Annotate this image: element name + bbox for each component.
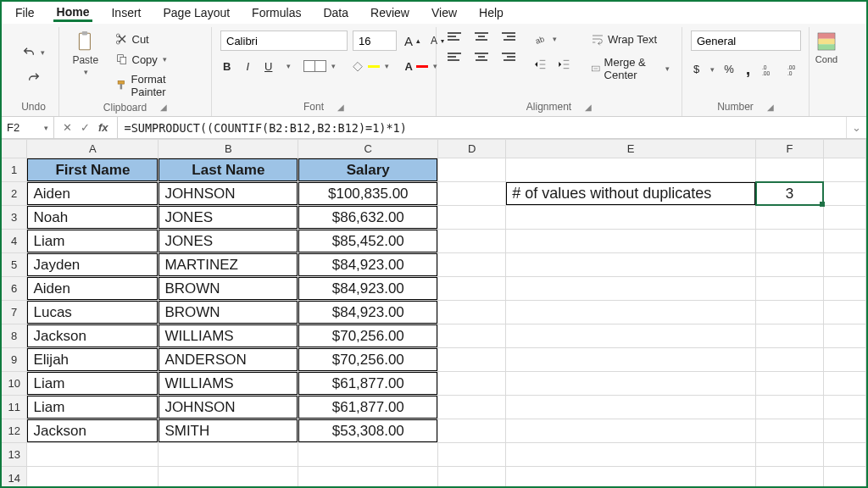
cell[interactable]: JONES	[159, 230, 298, 253]
cancel-formula-button[interactable]: ✕	[63, 121, 72, 134]
cell[interactable]: Lucas	[27, 301, 159, 324]
cell[interactable]: ANDERSON	[159, 348, 298, 372]
menu-page-layout[interactable]: Page Layout	[159, 4, 233, 21]
cell[interactable]	[756, 443, 824, 467]
menu-formulas[interactable]: Formulas	[248, 4, 304, 21]
cell[interactable]: # of values without duplicates	[506, 182, 756, 206]
cell[interactable]	[438, 301, 506, 324]
increase-decimal-button[interactable]: .0.00	[760, 61, 778, 78]
cell[interactable]	[506, 206, 756, 230]
row-header[interactable]: 13	[2, 443, 27, 467]
row-header[interactable]: 6	[2, 277, 27, 301]
cell[interactable]	[27, 467, 159, 489]
cell[interactable]: WILLIAMS	[159, 372, 298, 396]
cell[interactable]: $85,452.00	[298, 230, 438, 253]
cell[interactable]	[506, 158, 756, 182]
cell[interactable]	[824, 253, 866, 277]
cell[interactable]: Jackson	[27, 324, 159, 348]
cell[interactable]	[756, 348, 824, 372]
paste-button[interactable]: Paste ▾	[68, 30, 103, 76]
accept-formula-button[interactable]: ✓	[81, 121, 90, 134]
cell[interactable]: Jackson	[27, 419, 159, 443]
dialog-launcher-icon[interactable]: ◢	[767, 103, 774, 112]
cell[interactable]	[438, 419, 506, 443]
cell[interactable]: MARTINEZ	[159, 253, 298, 277]
cell[interactable]: First Name	[27, 158, 159, 182]
menu-insert[interactable]: Insert	[108, 4, 144, 21]
cell[interactable]	[506, 301, 756, 324]
format-painter-button[interactable]: Format Painter	[112, 71, 203, 100]
cell[interactable]: $84,923.00	[298, 301, 438, 324]
cell[interactable]: JOHNSON	[159, 396, 298, 419]
column-header[interactable]: B	[159, 140, 298, 158]
menu-file[interactable]: File	[12, 4, 38, 21]
cell[interactable]	[506, 348, 756, 372]
column-header[interactable]: F	[756, 140, 824, 158]
menu-review[interactable]: Review	[367, 4, 413, 21]
align-right-button[interactable]	[499, 51, 518, 63]
font-color-button[interactable]: A ▾	[402, 58, 439, 75]
dialog-launcher-icon[interactable]: ◢	[585, 103, 592, 112]
cell[interactable]: Noah	[27, 206, 159, 230]
number-format-combo[interactable]	[691, 30, 801, 51]
cell[interactable]: $84,923.00	[298, 253, 438, 277]
font-size-combo[interactable]	[353, 30, 397, 51]
menu-view[interactable]: View	[428, 4, 460, 21]
cell[interactable]	[756, 324, 824, 348]
column-header[interactable]: D	[438, 140, 506, 158]
cell[interactable]	[438, 396, 506, 419]
font-name-combo[interactable]	[220, 30, 348, 51]
column-header[interactable]	[824, 140, 866, 158]
cell[interactable]	[756, 158, 824, 182]
cell[interactable]	[824, 324, 866, 348]
cell[interactable]: Salary	[298, 158, 438, 182]
cell[interactable]	[756, 301, 824, 324]
cell[interactable]	[506, 253, 756, 277]
align-left-button[interactable]	[445, 51, 464, 63]
row-header[interactable]: 11	[2, 396, 27, 419]
cell[interactable]: JONES	[159, 206, 298, 230]
column-header[interactable]: E	[506, 140, 756, 158]
cell[interactable]	[438, 372, 506, 396]
cell[interactable]: BROWN	[159, 277, 298, 301]
cell[interactable]	[298, 443, 438, 467]
cell[interactable]	[438, 324, 506, 348]
increase-font-button[interactable]: A▴	[402, 32, 423, 50]
selected-cell[interactable]: 3	[756, 182, 824, 206]
cell[interactable]: Aiden	[27, 277, 159, 301]
cell[interactable]	[756, 396, 824, 419]
fill-color-button[interactable]: ▾	[348, 58, 392, 75]
align-bottom-button[interactable]	[499, 30, 518, 42]
dialog-launcher-icon[interactable]: ◢	[337, 103, 344, 112]
cell[interactable]	[438, 158, 506, 182]
cell[interactable]	[824, 396, 866, 419]
cell[interactable]: $53,308.00	[298, 419, 438, 443]
increase-indent-button[interactable]	[555, 56, 574, 73]
cell[interactable]	[438, 443, 506, 467]
cell[interactable]	[506, 372, 756, 396]
cell[interactable]	[824, 372, 866, 396]
column-header[interactable]: A	[27, 140, 159, 158]
cell[interactable]	[506, 324, 756, 348]
row-header[interactable]: 8	[2, 324, 27, 348]
bold-button[interactable]: B	[220, 58, 233, 75]
fx-icon[interactable]: fx	[98, 121, 108, 134]
cell[interactable]: $86,632.00	[298, 206, 438, 230]
percent-button[interactable]: %	[721, 61, 737, 77]
column-header[interactable]: C	[298, 140, 438, 158]
cell[interactable]	[756, 206, 824, 230]
row-header[interactable]: 1	[2, 158, 27, 182]
cell[interactable]	[756, 467, 824, 489]
row-header[interactable]: 5	[2, 253, 27, 277]
wrap-text-button[interactable]: Wrap Text	[587, 30, 673, 47]
cell[interactable]	[824, 230, 866, 253]
conditional-formatting-button[interactable]: Cond	[815, 30, 837, 64]
cell[interactable]	[438, 348, 506, 372]
align-top-button[interactable]	[445, 30, 464, 42]
cell[interactable]: WILLIAMS	[159, 324, 298, 348]
select-all-corner[interactable]	[2, 140, 27, 158]
align-center-button[interactable]	[472, 51, 491, 63]
cell[interactable]	[438, 182, 506, 206]
undo-button[interactable]: ▾	[19, 44, 47, 61]
cell[interactable]: Liam	[27, 396, 159, 419]
